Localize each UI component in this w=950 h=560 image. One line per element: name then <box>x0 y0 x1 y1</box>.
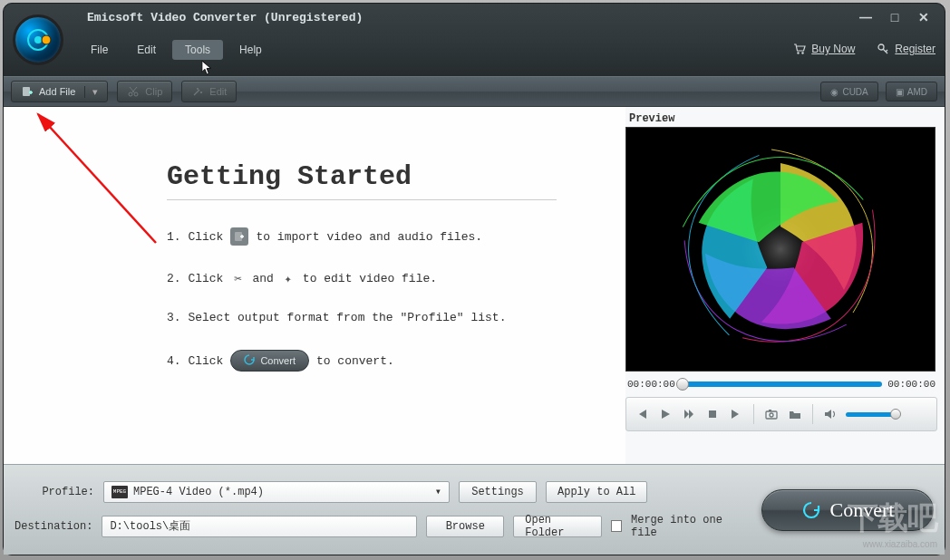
apply-all-button[interactable]: Apply to All <box>546 481 647 503</box>
prev-button[interactable] <box>634 406 650 422</box>
svg-point-14 <box>770 413 773 417</box>
next-button[interactable] <box>728 406 744 422</box>
play-button[interactable] <box>657 406 674 422</box>
clip-label: Clip <box>145 86 162 97</box>
cart-icon <box>793 43 806 55</box>
cuda-chip[interactable]: ◉ CUDA <box>820 82 877 101</box>
minimize-button[interactable]: — <box>856 9 876 25</box>
getting-started-heading: Getting Started <box>167 161 557 200</box>
svg-rect-6 <box>23 87 30 96</box>
amd-chip[interactable]: ▣ AMD <box>886 82 937 101</box>
fast-forward-button[interactable] <box>681 406 697 422</box>
titlebar: Emicsoft Video Converter (Unregistered) … <box>4 4 945 76</box>
player-controls <box>625 397 937 431</box>
toolbar: Add File ▾ Clip Edit ◉ CUDA ▣ AMD <box>4 76 945 107</box>
wand-small-icon: ✦ <box>281 271 296 285</box>
merge-checkbox[interactable] <box>611 520 622 532</box>
timeline: 00:00:00 00:00:00 <box>625 372 937 397</box>
open-folder-dest-button[interactable]: Open Folder <box>513 516 602 537</box>
app-logo-icon <box>13 14 63 65</box>
seek-slider[interactable] <box>681 381 882 387</box>
menu-file[interactable]: File <box>78 40 121 60</box>
volume-button[interactable] <box>822 406 839 422</box>
svg-point-1 <box>34 36 42 43</box>
profile-combo[interactable]: MPEG MPEG-4 Video (*.mp4) ▾ <box>103 481 450 503</box>
step-4: 4. Click Convert to convert. <box>167 350 607 372</box>
svg-point-7 <box>129 92 132 96</box>
svg-point-8 <box>134 92 138 96</box>
step-3: 3. Select output format from the "Profil… <box>167 311 607 324</box>
content-area: Getting Started 1. Click to import video… <box>4 107 945 464</box>
open-folder-button[interactable] <box>787 406 803 422</box>
refresh-icon <box>244 354 255 367</box>
destination-value: D:\tools\桌面 <box>110 518 190 534</box>
add-file-label: Add File <box>39 86 75 97</box>
snapshot-button[interactable] <box>763 406 780 422</box>
getting-started-pane: Getting Started 1. Click to import video… <box>4 107 625 464</box>
svg-line-9 <box>38 114 156 243</box>
mpeg-icon: MPEG <box>111 486 128 498</box>
close-button[interactable]: ✕ <box>914 9 934 25</box>
menu-edit[interactable]: Edit <box>124 40 169 60</box>
browse-button[interactable]: Browse <box>426 516 504 537</box>
svg-point-4 <box>802 52 804 53</box>
profile-value: MPEG-4 Video (*.mp4) <box>133 486 264 498</box>
maximize-button[interactable]: □ <box>885 9 905 25</box>
convert-refresh-icon <box>801 500 821 520</box>
preview-pane: Preview <box>625 107 945 464</box>
step-2: 2. Click ✂ and ✦ to edit video file. <box>167 271 607 285</box>
amd-icon: ▣ <box>896 87 904 97</box>
key-icon <box>877 43 889 55</box>
edit-button[interactable]: Edit <box>181 81 237 102</box>
annotation-arrow-icon <box>29 107 219 297</box>
window-title: Emicsoft Video Converter (Unregistered) <box>87 11 363 24</box>
mouse-cursor-icon <box>201 60 214 76</box>
register-link[interactable]: Register <box>877 43 935 55</box>
chevron-down-icon: ▾ <box>435 485 441 498</box>
import-icon <box>230 227 248 246</box>
add-file-icon <box>21 85 34 98</box>
step-1: 1. Click to import video and audio files… <box>167 227 607 246</box>
volume-slider[interactable] <box>846 412 897 417</box>
clip-button[interactable]: Clip <box>117 81 172 102</box>
svg-rect-12 <box>709 410 716 418</box>
add-file-button[interactable]: Add File ▾ <box>11 81 108 102</box>
svg-rect-13 <box>766 411 777 419</box>
buy-now-link[interactable]: Buy Now <box>793 43 855 55</box>
convert-button[interactable]: Convert <box>761 489 934 531</box>
svg-point-3 <box>798 52 800 53</box>
menu-bar: File Edit Tools Help <box>78 40 275 60</box>
scissors-icon <box>127 85 140 98</box>
svg-rect-15 <box>769 410 771 411</box>
buy-now-label: Buy Now <box>811 43 855 55</box>
destination-label: Destination: <box>15 520 92 533</box>
merge-label: Merge into one file <box>631 514 743 539</box>
add-file-caret-icon[interactable]: ▾ <box>84 86 98 98</box>
menu-help[interactable]: Help <box>227 40 275 60</box>
time-start: 00:00:00 <box>627 379 675 390</box>
scissors-small-icon: ✂ <box>230 271 245 285</box>
convert-label: Convert <box>830 498 895 522</box>
time-end: 00:00:00 <box>887 379 935 390</box>
menu-tools[interactable]: Tools <box>172 40 223 60</box>
nvidia-icon: ◉ <box>830 87 839 97</box>
stop-button[interactable] <box>704 406 721 422</box>
register-label: Register <box>895 43 935 55</box>
wand-icon <box>191 85 204 98</box>
settings-button[interactable]: Settings <box>459 481 537 503</box>
edit-label: Edit <box>209 86 227 97</box>
svg-point-2 <box>42 35 51 44</box>
convert-pill-demo: Convert <box>230 350 309 372</box>
destination-input[interactable]: D:\tools\桌面 <box>102 516 417 537</box>
preview-label: Preview <box>625 111 937 127</box>
preview-video <box>625 127 935 372</box>
bottom-panel: Profile: MPEG MPEG-4 Video (*.mp4) ▾ Set… <box>4 464 945 555</box>
profile-label: Profile: <box>15 486 94 498</box>
